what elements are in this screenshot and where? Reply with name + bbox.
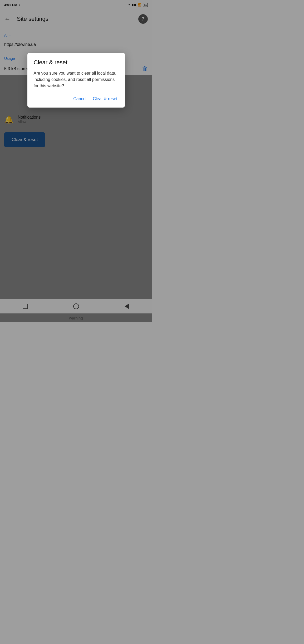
dialog-title: Clear & reset <box>34 59 119 66</box>
full-page: 4:01 PM ♪ ✦ ▮▮▮ 📶 51 ← Site settings ? S… <box>0 0 152 322</box>
confirm-clear-reset-button[interactable]: Clear & reset <box>92 94 118 103</box>
dialog-overlay: Clear & reset Are you sure you want to c… <box>0 0 152 322</box>
dialog-buttons: Cancel Clear & reset <box>34 94 119 103</box>
dialog-body: Are you sure you want to clear all local… <box>34 70 119 89</box>
clear-reset-dialog: Clear & reset Are you sure you want to c… <box>27 53 125 108</box>
cancel-button[interactable]: Cancel <box>72 94 87 103</box>
